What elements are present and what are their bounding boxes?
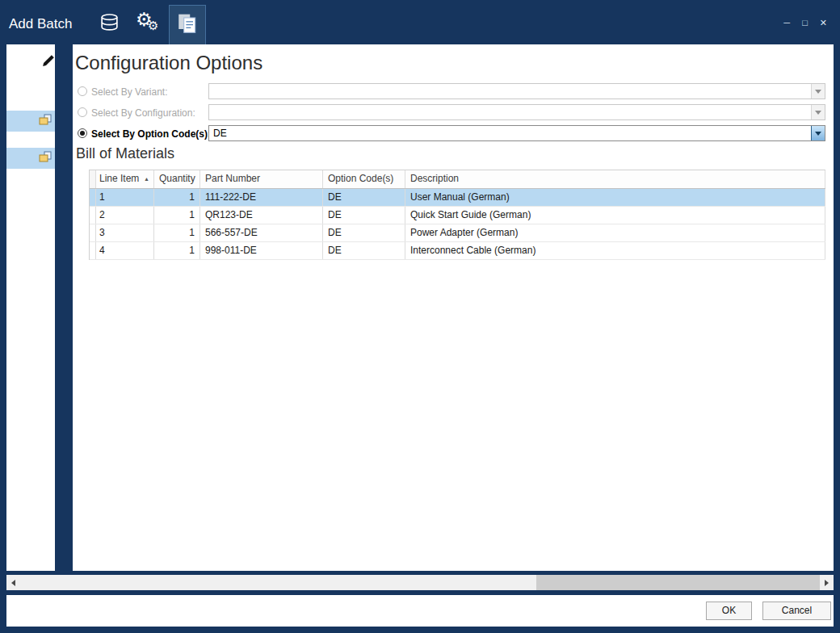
radio-label: Select By Variant: xyxy=(91,86,168,98)
table-header-row: Line Item ▲ Quantity Part Number Option … xyxy=(90,170,825,189)
cell-part-number: 566-557-DE xyxy=(200,224,323,241)
configuration-combobox[interactable] xyxy=(208,104,825,120)
page-title: Configuration Options xyxy=(75,52,262,74)
cell-quantity: 1 xyxy=(154,207,200,224)
cell-part-number: 998-011-DE xyxy=(200,242,323,259)
scroll-right-icon xyxy=(825,580,829,586)
cell-part-number: 111-222-DE xyxy=(200,189,323,206)
option-row-variant: Select By Variant: xyxy=(78,83,827,101)
cell-line-item: 2 xyxy=(96,207,154,224)
batch-list-item[interactable] xyxy=(6,148,55,169)
sort-ascending-icon: ▲ xyxy=(144,176,149,182)
horizontal-scrollbar[interactable] xyxy=(6,575,834,590)
cell-description: Interconnect Cable (German) xyxy=(405,242,825,259)
titlebar: Add Batch ⚙⚙ xyxy=(0,0,840,44)
radio-label: Select By Configuration: xyxy=(91,107,195,119)
batch-list-item[interactable] xyxy=(6,111,55,132)
cell-description: Power Adapter (German) xyxy=(405,224,825,241)
maximize-button[interactable]: □ xyxy=(802,19,808,27)
minimize-button[interactable]: ─ xyxy=(783,19,790,27)
option-row-option-codes: Select By Option Code(s): DE xyxy=(78,125,827,143)
radio-label: Select By Option Code(s): xyxy=(91,128,211,140)
cell-line-item: 4 xyxy=(96,242,154,259)
cell-description: User Manual (German) xyxy=(405,189,825,206)
window-title: Add Batch xyxy=(9,16,72,32)
row-indicator xyxy=(90,242,96,259)
row-indicator xyxy=(90,224,96,241)
cell-option-codes: DE xyxy=(323,224,405,241)
cell-description: Quick Start Guide (German) xyxy=(405,207,825,224)
option-codes-combobox[interactable]: DE xyxy=(208,125,825,141)
database-toolbar-button[interactable] xyxy=(90,5,128,44)
chevron-down-icon xyxy=(815,111,821,115)
scroll-right-button[interactable] xyxy=(820,575,834,590)
cell-option-codes: DE xyxy=(323,242,405,259)
radio-select-by-configuration[interactable] xyxy=(78,107,87,117)
cell-option-codes: DE xyxy=(323,207,405,224)
gears-icon: ⚙⚙ xyxy=(137,12,162,36)
cell-quantity: 1 xyxy=(154,242,200,259)
chevron-down-icon xyxy=(815,90,821,94)
cell-quantity: 1 xyxy=(154,224,200,241)
cell-quantity: 1 xyxy=(154,189,200,206)
cell-line-item: 1 xyxy=(96,189,154,206)
table-row[interactable]: 4 1 998-011-DE DE Interconnect Cable (Ge… xyxy=(90,242,825,260)
table-row[interactable]: 2 1 QR123-DE DE Quick Start Guide (Germa… xyxy=(90,207,825,224)
cell-part-number: QR123-DE xyxy=(200,207,323,224)
row-indicator-header xyxy=(90,170,96,188)
scroll-left-icon xyxy=(11,580,15,586)
edit-pencil-icon xyxy=(40,53,56,72)
window-controls: ─ □ ✕ xyxy=(783,19,827,27)
copy-pages-toolbar-button[interactable] xyxy=(169,5,206,44)
ok-button[interactable]: OK xyxy=(706,602,752,620)
close-button[interactable]: ✕ xyxy=(820,19,827,27)
radio-select-by-variant[interactable] xyxy=(78,86,87,96)
chevron-down-icon xyxy=(815,132,821,136)
scroll-left-button[interactable] xyxy=(6,575,20,590)
configuration-panel: Configuration Options Select By Variant:… xyxy=(73,44,834,571)
combobox-value: DE xyxy=(213,128,227,139)
dialog-footer: OK Cancel xyxy=(6,595,834,627)
table-row[interactable]: 3 1 566-557-DE DE Power Adapter (German) xyxy=(90,224,825,242)
bom-table: Line Item ▲ Quantity Part Number Option … xyxy=(89,170,825,260)
column-header-quantity[interactable]: Quantity xyxy=(154,170,200,188)
option-row-configuration: Select By Configuration: xyxy=(78,104,827,122)
dropdown-button[interactable] xyxy=(811,84,825,99)
add-batch-dialog: Add Batch ⚙⚙ xyxy=(0,0,840,633)
batch-icon xyxy=(38,112,52,130)
batch-list-panel xyxy=(6,44,55,571)
column-header-part-number[interactable]: Part Number xyxy=(200,170,323,188)
cancel-button[interactable]: Cancel xyxy=(762,602,831,620)
table-row[interactable]: 1 1 111-222-DE DE User Manual (German) xyxy=(90,189,825,207)
dropdown-button[interactable] xyxy=(811,105,825,119)
database-icon xyxy=(99,12,120,37)
variant-combobox[interactable] xyxy=(208,83,825,99)
dropdown-button[interactable] xyxy=(811,126,825,140)
cell-option-codes: DE xyxy=(323,189,405,206)
section-title-bom: Bill of Materials xyxy=(76,145,174,162)
scrollbar-thumb[interactable] xyxy=(536,575,820,590)
gears-toolbar-button[interactable]: ⚙⚙ xyxy=(131,5,168,44)
row-indicator xyxy=(90,207,96,224)
column-header-line-item[interactable]: Line Item ▲ xyxy=(96,170,154,188)
radio-select-by-option-codes[interactable] xyxy=(78,128,87,138)
copy-pages-icon xyxy=(176,12,199,38)
batch-icon xyxy=(38,149,52,167)
row-indicator xyxy=(90,189,96,206)
column-header-description[interactable]: Description xyxy=(405,170,825,188)
cell-line-item: 3 xyxy=(96,224,154,241)
column-header-option-codes[interactable]: Option Code(s) xyxy=(323,170,405,188)
